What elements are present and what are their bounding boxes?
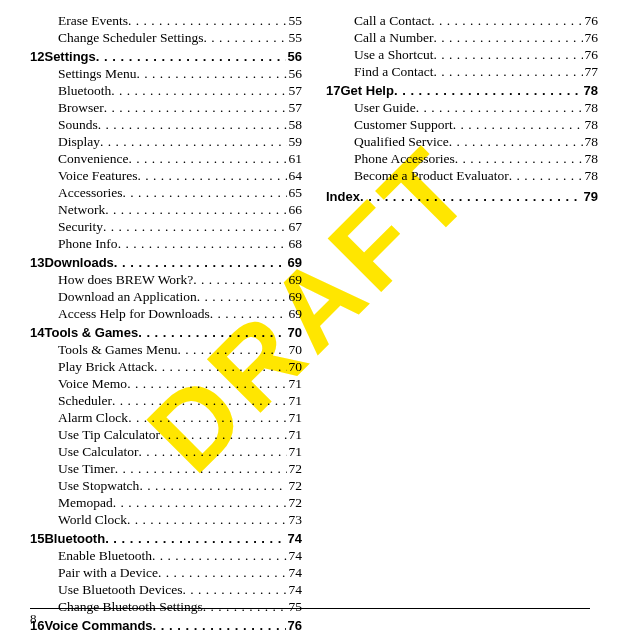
toc-entry: Use Stopwatch72 — [30, 477, 302, 494]
toc-entry-page: 78 — [583, 133, 599, 150]
toc-entry-title: Settings — [44, 48, 95, 65]
toc-leader-dots — [139, 443, 287, 460]
toc-entry: World Clock73 — [30, 511, 302, 528]
toc-entry-page: 58 — [287, 116, 303, 133]
toc-entry-page: 78 — [583, 99, 599, 116]
toc-entry-page: 57 — [287, 82, 303, 99]
toc-entry-title: Use Stopwatch — [58, 477, 139, 494]
toc-leader-dots — [433, 29, 582, 46]
toc-entry: Browser57 — [30, 99, 302, 116]
toc-entry-page: 70 — [287, 341, 303, 358]
toc-leader-dots — [160, 426, 286, 443]
toc-leader-dots — [138, 167, 287, 184]
toc-entry: Bluetooth57 — [30, 82, 302, 99]
toc-entry: Use Calculator71 — [30, 443, 302, 460]
toc-entry-title: Find a Contact — [354, 63, 434, 80]
toc-entry-title: How does BREW Work? — [58, 271, 193, 288]
toc-entry-title: Display — [58, 133, 100, 150]
toc-leader-dots — [154, 358, 287, 375]
toc-entry: Network66 — [30, 201, 302, 218]
toc-leader-dots — [455, 150, 583, 167]
toc-entry-page: 71 — [287, 409, 303, 426]
toc-chapter: 12Settings56 — [30, 48, 302, 65]
toc-chapter-number: 16 — [30, 617, 44, 634]
toc-entry: Security67 — [30, 218, 302, 235]
toc-entry-page: 69 — [286, 254, 302, 271]
toc-chapter: 14Tools & Games70 — [30, 324, 302, 341]
toc-leader-dots — [182, 581, 286, 598]
toc-entry-title: Convenience — [58, 150, 128, 167]
toc-entry-title: Use Tip Calculator — [58, 426, 160, 443]
toc-column-right: Call a Contact76Call a Number76Use a Sho… — [326, 12, 598, 634]
toc-entry-title: Change Scheduler Settings — [58, 29, 203, 46]
toc-entry: User Guide78 — [326, 99, 598, 116]
toc-leader-dots — [98, 116, 287, 133]
toc-entry-title: Bluetooth — [44, 530, 105, 547]
toc-entry-page: 71 — [287, 443, 303, 460]
toc-leader-dots — [136, 65, 286, 82]
toc-entry-page: 69 — [287, 305, 303, 322]
toc-entry-title: Use Bluetooth Devices — [58, 581, 182, 598]
toc-entry-page: 79 — [582, 188, 598, 205]
toc-index: Index79 — [326, 188, 598, 205]
toc-entry-title: Sounds — [58, 116, 98, 133]
toc-entry-title: Pair with a Device — [58, 564, 158, 581]
toc-entry-page: 55 — [287, 12, 303, 29]
toc-leader-dots — [96, 48, 286, 65]
toc-entry-page: 61 — [287, 150, 303, 167]
toc-entry-title: Network — [58, 201, 105, 218]
toc-chapter-number: 14 — [30, 324, 44, 341]
toc-entry: Call a Number76 — [326, 29, 598, 46]
toc-leader-dots — [360, 188, 582, 205]
toc-leader-dots — [203, 598, 287, 615]
toc-entry: Accessories65 — [30, 184, 302, 201]
toc-entry-title: Customer Support — [354, 116, 453, 133]
toc-entry: Memopad72 — [30, 494, 302, 511]
toc-leader-dots — [118, 235, 287, 252]
toc-entry-title: Downloads — [44, 254, 113, 271]
toc-leader-dots — [453, 116, 583, 133]
toc-entry: Scheduler71 — [30, 392, 302, 409]
toc-entry-page: 73 — [287, 511, 303, 528]
toc-entry-page: 70 — [286, 324, 302, 341]
toc-entry-page: 71 — [287, 375, 303, 392]
toc-leader-dots — [434, 63, 583, 80]
toc-entry-title: Call a Number — [354, 29, 433, 46]
toc-entry: How does BREW Work?69 — [30, 271, 302, 288]
toc-entry: Download an Application69 — [30, 288, 302, 305]
toc-entry-page: 78 — [582, 82, 598, 99]
toc-entry-page: 64 — [287, 167, 303, 184]
toc-entry: Settings Menu56 — [30, 65, 302, 82]
toc-entry: Use Bluetooth Devices74 — [30, 581, 302, 598]
toc-entry-title: Alarm Clock — [58, 409, 128, 426]
toc-entry-page: 70 — [287, 358, 303, 375]
toc-entry-title: Accessories — [58, 184, 122, 201]
toc-entry: Customer Support78 — [326, 116, 598, 133]
toc-entry-page: 56 — [287, 65, 303, 82]
toc-entry-title: Tools & Games Menu — [58, 341, 177, 358]
toc-entry-page: 77 — [583, 63, 599, 80]
toc-entry-page: 76 — [286, 617, 302, 634]
toc-leader-dots — [100, 133, 287, 150]
toc-entry: Use a Shortcut76 — [326, 46, 598, 63]
toc-leader-dots — [210, 305, 287, 322]
toc-entry-page: 72 — [287, 460, 303, 477]
toc-leader-dots — [158, 564, 286, 581]
toc-entry-title: Voice Memo — [58, 375, 127, 392]
toc-leader-dots — [112, 392, 287, 409]
toc-leader-dots — [103, 218, 287, 235]
toc-entry-page: 69 — [287, 288, 303, 305]
toc-entry-title: Use Timer — [58, 460, 115, 477]
toc-entry-title: Browser — [58, 99, 104, 116]
toc-leader-dots — [111, 82, 286, 99]
toc-entry-title: Memopad — [58, 494, 113, 511]
toc-entry: Pair with a Device74 — [30, 564, 302, 581]
toc-entry: Use Tip Calculator71 — [30, 426, 302, 443]
toc-entry-title: Download an Application — [58, 288, 197, 305]
toc-leader-dots — [104, 99, 287, 116]
toc-entry-page: 78 — [583, 150, 599, 167]
toc-entry-page: 55 — [287, 29, 303, 46]
toc-entry-page: 76 — [583, 46, 599, 63]
toc-leader-dots — [128, 150, 286, 167]
toc-chapter: 17Get Help78 — [326, 82, 598, 99]
